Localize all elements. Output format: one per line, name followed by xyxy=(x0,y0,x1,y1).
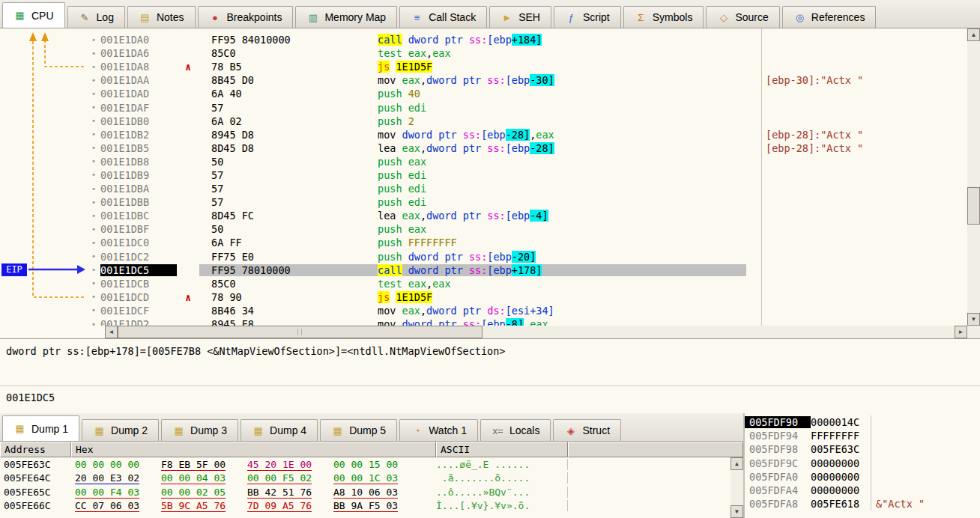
breakpoint-dot[interactable]: • xyxy=(87,156,100,166)
dump-row[interactable]: 005FE66CCC 07 06 035B 9C A5 767D 09 A5 7… xyxy=(0,499,731,514)
disasm-row[interactable]: •001E1DA685C0test eax,eax xyxy=(0,46,967,60)
tab-struct[interactable]: ◈Struct xyxy=(553,419,621,441)
tab-script[interactable]: ƒScript xyxy=(554,6,621,28)
tab-log[interactable]: ✎Log xyxy=(67,6,125,28)
breakpoint-dot[interactable]: • xyxy=(87,320,100,326)
scroll-down-button[interactable]: ▼ xyxy=(967,313,980,326)
disasm-vertical-scrollbar[interactable]: ▲ ▼ xyxy=(967,28,980,326)
asm-token: ss: xyxy=(463,129,481,141)
disasm-row[interactable]: •001E1DD28945 E8mov dword ptr ss:[ebp-8]… xyxy=(0,317,967,326)
dump-row[interactable]: 005FE64C20 00 E3 0200 00 04 0300 00 F5 0… xyxy=(0,472,731,486)
disasm-row[interactable]: •001E1DC06A FFpush FFFFFFFF xyxy=(0,236,967,249)
breakpoint-dot[interactable]: • xyxy=(87,103,100,112)
breakpoint-dot[interactable]: • xyxy=(87,225,100,234)
disasm-horizontal-scrollbar[interactable]: ◄ ► xyxy=(105,326,967,338)
disasm-row[interactable]: •001E1DA8∧78 B5js 1E1D5F xyxy=(0,60,967,73)
disasm-row[interactable]: •001E1DA0FF95 84010000call dword ptr ss:… xyxy=(0,33,967,46)
tab-locals[interactable]: x=Locals xyxy=(480,419,551,441)
tab-call-stack[interactable]: ≡Call Stack xyxy=(399,6,487,28)
breakpoint-dot[interactable]: • xyxy=(87,116,100,126)
dump-row[interactable]: 005FE65C00 00 F4 0300 00 02 05BB 42 51 7… xyxy=(0,485,731,499)
stack-row[interactable]: 005FDFA400000000 xyxy=(745,484,980,497)
tab-watch-1[interactable]: ◔Watch 1 xyxy=(399,419,478,441)
disasm-row[interactable]: •001E1DBA57push edi xyxy=(0,182,967,195)
disasm-row[interactable]: •001E1DBF50push eax xyxy=(0,222,967,236)
scroll-left-button[interactable]: ◄ xyxy=(105,326,118,338)
row-address: 001E1DB2 xyxy=(100,129,177,141)
disasm-row[interactable]: •001E1DC5FF95 78010000call dword ptr ss:… xyxy=(0,263,967,277)
row-address: 001E1DC2 xyxy=(100,251,177,263)
tab-dump-5[interactable]: ▦Dump 5 xyxy=(320,419,397,441)
stack-row-comment xyxy=(871,457,980,470)
breakpoint-dot[interactable]: • xyxy=(87,278,100,288)
breakpoint-dot[interactable]: • xyxy=(87,265,100,275)
breakpoint-dot[interactable]: • xyxy=(87,184,100,194)
tab-dump-1[interactable]: ▦Dump 1 xyxy=(2,415,79,441)
row-comment: [ebp-28]:"Actx " xyxy=(746,129,967,141)
hex-dword-group: 00 00 1C 03 xyxy=(333,472,420,484)
breakpoint-dot[interactable]: • xyxy=(87,62,100,72)
disasm-row[interactable]: •001E1DAD6A 40push 40 xyxy=(0,87,967,100)
disasm-row[interactable]: •001E1DB58D45 D8lea eax,dword ptr ss:[eb… xyxy=(0,141,967,155)
asm-token: push xyxy=(378,102,408,114)
breakpoint-dot[interactable]: • xyxy=(87,292,100,302)
tab-dump-3[interactable]: ▦Dump 3 xyxy=(161,419,238,441)
memory-map-icon: ▥ xyxy=(306,13,319,22)
tab-memory-map[interactable]: ▥Memory Map xyxy=(295,6,397,28)
asm-token: -20] xyxy=(512,251,536,263)
disasm-row[interactable]: •001E1DCF8B46 34mov eax,dword ptr ds:[es… xyxy=(0,304,967,317)
tab-label: Dump 2 xyxy=(111,424,148,436)
breakpoint-dot[interactable]: • xyxy=(87,252,100,261)
dump-row[interactable]: 005FE63C00 00 00 00F8 EB 5F 0045 20 1E 0… xyxy=(0,457,731,472)
tab-source[interactable]: ◇Source xyxy=(706,6,779,28)
tab-dump-2[interactable]: ▦Dump 2 xyxy=(82,419,159,441)
asm-token: dword ptr xyxy=(408,34,469,46)
breakpoint-dot[interactable]: • xyxy=(87,211,100,221)
disasm-row[interactable]: •001E1DC2FF75 E0push dword ptr ss:[ebp-2… xyxy=(0,250,967,263)
disasm-row[interactable]: •001E1DB28945 D8mov dword ptr ss:[ebp-28… xyxy=(0,128,967,141)
tab-dump-4[interactable]: ▦Dump 4 xyxy=(241,419,318,441)
stack-row[interactable]: 005FDF94FFFFFFFF xyxy=(745,429,980,442)
stack-row-address: 005FDFA0 xyxy=(745,471,811,483)
tab-cpu[interactable]: ▦CPU xyxy=(2,2,65,28)
disasm-row[interactable]: •001E1DBC8D45 FClea eax,dword ptr ss:[eb… xyxy=(0,209,967,222)
dump-scroll-up-button[interactable]: ▲ xyxy=(731,457,743,470)
disasm-row[interactable]: •001E1DCD∧78 90js 1E1D5F xyxy=(0,290,967,304)
scroll-up-button[interactable]: ▲ xyxy=(967,28,980,41)
tab-notes[interactable]: ▤Notes xyxy=(127,6,196,28)
stack-row[interactable]: 005FDFA8005FE618&"Actx " xyxy=(745,497,980,511)
tab-seh[interactable]: ►SEH xyxy=(489,6,551,28)
disasm-row[interactable]: •001E1DB06A 02push 2 xyxy=(0,115,967,128)
breakpoint-dot[interactable]: • xyxy=(87,130,100,139)
disasm-row[interactable]: •001E1DCB85C0test eax,eax xyxy=(0,277,967,290)
breakpoint-dot[interactable]: • xyxy=(87,198,100,207)
breakpoint-dot[interactable]: • xyxy=(87,238,100,248)
stack-row[interactable]: 005FDF900000014C xyxy=(745,415,980,429)
disasm-row[interactable]: •001E1DB850push eax xyxy=(0,155,967,168)
dump-vertical-scrollbar[interactable]: ▲ ▼ xyxy=(731,457,743,518)
disasm-row[interactable]: •001E1DBB57push edi xyxy=(0,195,967,209)
breakpoint-dot[interactable]: • xyxy=(87,170,100,180)
disasm-row[interactable]: •001E1DAA8B45 D0mov eax,dword ptr ss:[eb… xyxy=(0,73,967,87)
tab-breakpoints[interactable]: ●Breakpoints xyxy=(198,6,294,28)
asm-token: [esi+34] xyxy=(506,305,554,317)
disasm-row[interactable]: •001E1DB957push edi xyxy=(0,168,967,182)
breakpoint-dot[interactable]: • xyxy=(87,89,100,99)
stack-row[interactable]: 005FDF9C00000000 xyxy=(745,457,980,470)
scroll-right-button[interactable]: ► xyxy=(955,326,967,338)
breakpoint-dot[interactable]: • xyxy=(87,143,100,153)
row-address: 001E1DCD xyxy=(100,291,177,303)
stack-row[interactable]: 005FDFA000000000 xyxy=(745,470,980,484)
breakpoint-dot[interactable]: • xyxy=(87,49,100,58)
disasm-hscroll-thumb[interactable] xyxy=(118,326,483,338)
breakpoint-dot[interactable]: • xyxy=(87,76,100,85)
tab-symbols[interactable]: ΣSymbols xyxy=(623,6,704,28)
disasm-vscroll-thumb[interactable] xyxy=(967,187,980,225)
breakpoint-dot[interactable]: • xyxy=(87,305,100,315)
cpu-icon: ▦ xyxy=(13,10,26,20)
stack-row[interactable]: 005FDF98005FE63C xyxy=(745,442,980,456)
dump-scroll-down-button[interactable]: ▼ xyxy=(731,505,743,518)
breakpoint-dot[interactable]: • xyxy=(87,35,100,45)
tab-references[interactable]: ◎References xyxy=(782,6,877,28)
disasm-row[interactable]: •001E1DAF57push edi xyxy=(0,100,967,114)
